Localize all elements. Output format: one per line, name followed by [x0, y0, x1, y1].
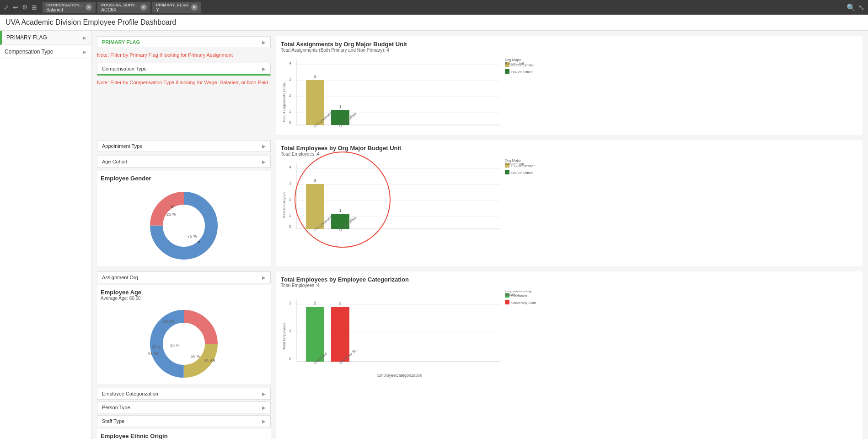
svg-text:3: 3 [314, 179, 316, 183]
employee-categ-label: Employee Categorization [102, 391, 158, 396]
toolbar-icons: ⤢ ↩ ⚙ ⊞ [4, 4, 37, 11]
bar-university-staff[interactable] [331, 307, 349, 362]
primary-flag-note-text: Note: Filter by Primary Flag if looking … [97, 52, 233, 58]
sidebar-item-label: Compensation Type [5, 49, 54, 55]
emp-categ-title: Total Employees by Employee Categorizati… [281, 276, 858, 283]
svg-text:0: 0 [289, 120, 291, 125]
total-employees-svg: 4 3 2 1 0 3 1 FI-Comptroller DV- [281, 159, 858, 233]
ethnic-origin-container: Employee Ethnic Origin White 4 [97, 429, 271, 439]
svg-text:1: 1 [339, 208, 341, 213]
primary-flag-note: Note: Filter by Primary Flag if looking … [97, 50, 271, 63]
compensation-type-note-text: Note: Filter by Compensation Type if loo… [97, 80, 268, 85]
expand-icon[interactable]: ⤡ [858, 3, 864, 12]
age-chart-container: Employee Age Average Age: 60.50 56-60 51… [97, 285, 271, 384]
person-type-filter[interactable]: Person Type ▶ [97, 401, 271, 413]
age-cohort-filter[interactable]: Age Cohort ▶ [97, 156, 271, 168]
chevron-right-icon: ▶ [83, 35, 86, 40]
svg-text:61-65: 61-65 [204, 358, 215, 363]
svg-text:3: 3 [289, 77, 291, 81]
total-employees-chart: Total Employees by Org Major Budget Unit… [276, 140, 863, 266]
page-title: UVA Academic Division Employee Profile D… [0, 15, 868, 31]
main-layout: PRIMARY FLAG ▶ Compensation Type ▶ PRIMA… [0, 31, 868, 439]
total-assignments-svg: 4 3 2 1 0 3 [281, 55, 858, 129]
primary-flag-filter-bar[interactable]: PRIMARY FLAG ▶ [97, 36, 271, 48]
filter-chip-primary-filter: PRIMARY_FLAG Y ✕ [152, 2, 201, 13]
sidebar-item-compensation-type[interactable]: Compensation Type ▶ [0, 45, 91, 59]
svg-text:3: 3 [289, 181, 291, 185]
svg-text:1: 1 [289, 328, 291, 333]
age-cohort-label: Age Cohort [102, 159, 128, 164]
svg-text:DV-VP Office: DV-VP Office [511, 171, 533, 175]
svg-text:EmployeeCategorization: EmployeeCategorization [377, 373, 422, 378]
compensation-type-filter-bar[interactable]: Compensation Type ▶ [97, 63, 271, 76]
chip-title: PRIMARY_FLAG [156, 3, 188, 7]
svg-text:2: 2 [289, 93, 291, 98]
chip-close-button[interactable]: ✕ [140, 4, 147, 11]
search-icon[interactable]: 🔍 [847, 3, 856, 12]
gender-chart-container: Employee Gender M F 25 % 75 % [97, 171, 271, 266]
svg-text:50 %: 50 % [191, 354, 200, 358]
svg-text:3: 3 [314, 75, 316, 79]
total-assignments-chart: Total Assignments by Org Major Budget Un… [276, 36, 863, 135]
compensation-type-label: Compensation Type [102, 66, 147, 71]
filter-chip-surv-filter: POSSUVA_SURV... ACC64 ✕ [97, 2, 150, 13]
svg-text:F: F [198, 240, 200, 245]
top-bar: ⤢ ↩ ⚙ ⊞ COMPENSATION... Salaried ✕ POSSU… [0, 0, 868, 15]
assignment-org-filter[interactable]: Assignment Org ▶ [97, 271, 271, 283]
svg-text:1: 1 [339, 104, 341, 109]
chevron-right-icon: ▶ [262, 419, 266, 424]
chevron-right-icon: ▶ [262, 391, 266, 396]
svg-text:DV-VP Office: DV-VP Office [511, 70, 533, 74]
sidebar-item-primary-flag[interactable]: PRIMARY FLAG ▶ [0, 31, 91, 45]
bar-classified[interactable] [306, 307, 324, 362]
svg-rect-81 [505, 300, 509, 304]
chip-value: ACC64 [101, 7, 138, 12]
employee-categ-filter[interactable]: Employee Categorization ▶ [97, 388, 271, 400]
chip-title: COMPENSATION... [46, 3, 83, 7]
svg-rect-48 [505, 170, 509, 174]
chevron-right-icon: ▶ [262, 144, 266, 149]
primary-flag-label: PRIMARY FLAG [102, 39, 140, 45]
staff-type-filter[interactable]: Staff Type ▶ [97, 415, 271, 427]
notes-panel: PRIMARY FLAG ▶ Note: Filter by Primary F… [97, 36, 271, 135]
svg-text:25 %: 25 % [152, 345, 161, 349]
age-svg: 56-60 51-55 61-65 25 % 25 % 50 % [138, 303, 230, 380]
svg-rect-18 [505, 69, 509, 74]
resize-icon[interactable]: ⤢ [4, 4, 9, 11]
svg-text:4: 4 [289, 165, 291, 169]
svg-text:2: 2 [314, 301, 316, 305]
chip-close-button[interactable]: ✕ [86, 4, 92, 11]
employee-categ-chart: Total Employees by Employee Categorizati… [276, 271, 863, 439]
filter-chips: COMPENSATION... Salaried ✕ POSSUVA_SURV.… [43, 2, 201, 13]
chip-title: POSSUVA_SURV... [101, 3, 138, 7]
sidebar: PRIMARY FLAG ▶ Compensation Type ▶ [0, 31, 91, 439]
content-area: PRIMARY FLAG ▶ Note: Filter by Primary F… [91, 31, 868, 439]
svg-text:0: 0 [289, 224, 291, 229]
svg-text:56-60: 56-60 [163, 320, 174, 324]
total-assignments-subtitle: Total Assignments (Both Primary and Non … [281, 48, 858, 53]
total-employees-title: Total Employees by Org Major Budget Unit [281, 145, 858, 152]
chip-close-button[interactable]: ✕ [191, 4, 198, 11]
svg-text:Total Employees: Total Employees [282, 323, 286, 350]
age-title: Employee Age [101, 289, 267, 296]
gender-section: Appointment Type ▶ Age Cohort ▶ Employee… [97, 140, 271, 266]
settings-icon[interactable]: ⚙ [22, 4, 28, 11]
filter-chip-comp-filter: COMPENSATION... Salaried ✕ [43, 2, 96, 13]
emp-categ-subtitle: Total Employees :4 [281, 283, 858, 288]
chevron-right-icon: ▶ [262, 40, 266, 45]
ethnic-origin-title: Employee Ethnic Origin [101, 433, 267, 439]
svg-text:25 %: 25 % [166, 212, 176, 217]
middle-row: Appointment Type ▶ Age Cohort ▶ Employee… [97, 140, 863, 266]
grid-icon[interactable]: ⊞ [32, 4, 37, 11]
chip-value: Y [156, 7, 188, 12]
appointment-type-filter[interactable]: Appointment Type ▶ [97, 140, 271, 152]
assignment-org-label: Assignment Org [102, 275, 138, 280]
page-title-text: UVA Academic Division Employee Profile D… [5, 18, 176, 26]
svg-text:Total Assignments (Inclu...: Total Assignments (Inclu... [282, 80, 286, 123]
chevron-right-icon: ▶ [262, 405, 266, 410]
back-icon[interactable]: ↩ [13, 4, 18, 11]
sidebar-item-label: PRIMARY FLAG [6, 34, 47, 41]
staff-type-label: Staff Type [102, 418, 124, 424]
svg-text:0: 0 [289, 357, 291, 361]
svg-text:Budget Unit: Budget Unit [505, 61, 525, 65]
